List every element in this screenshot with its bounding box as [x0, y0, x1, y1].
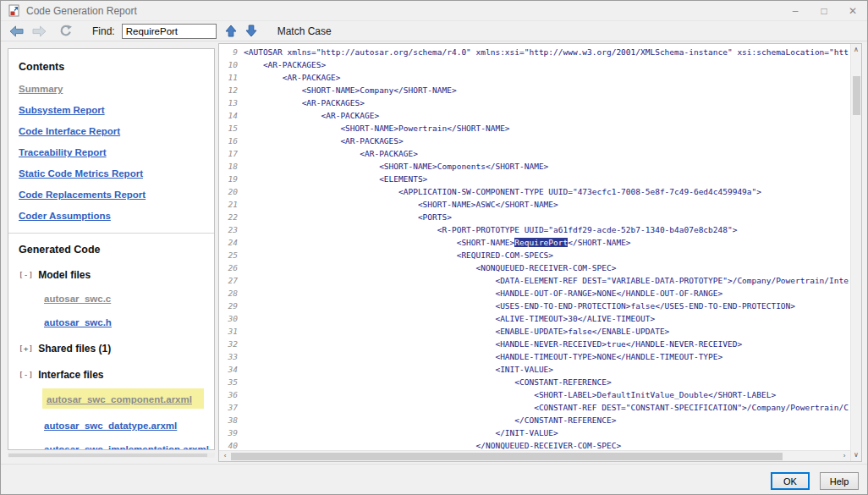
ok-button[interactable]: OK — [771, 472, 810, 490]
line-number: 30 — [221, 312, 238, 325]
search-match-highlight: RequirePort — [514, 238, 568, 247]
contents-link-subsystem-report[interactable]: Subsystem Report — [19, 105, 206, 115]
help-button[interactable]: Help — [820, 472, 859, 490]
vertical-scrollbar-thumb[interactable] — [853, 76, 860, 115]
line-number: 36 — [221, 388, 238, 401]
line-number: 13 — [221, 96, 238, 109]
line-number: 23 — [221, 223, 238, 236]
section-divider — [8, 233, 214, 234]
contents-heading: Contents — [19, 61, 206, 73]
close-button[interactable]: ✕ — [838, 1, 867, 20]
file-link-autosar_swc_datatype.arxml[interactable]: autosar_swc_datatype.arxml — [44, 421, 177, 431]
line-number: 14 — [221, 109, 238, 122]
code-text: <SHORT-NAME>RequirePort</SHORT-NAME> — [244, 236, 631, 249]
code-line: 39 </INIT-VALUE> — [221, 426, 849, 439]
code-line: 12 <SHORT-NAME>Company</SHORT-NAME> — [221, 84, 849, 96]
code-text: <HANDLE-OUT-OF-RANGE>NONE</HANDLE-OUT-OF… — [244, 287, 722, 300]
code-text: <HANDLE-TIMEOUT-TYPE>NONE</HANDLE-TIMEOU… — [244, 350, 722, 363]
code-line: 10 <AR-PACKAGES> — [221, 58, 849, 71]
line-number: 17 — [221, 147, 238, 160]
scroll-down-icon[interactable]: ∨ — [851, 450, 861, 460]
line-number: 24 — [221, 236, 238, 249]
find-input[interactable] — [122, 24, 217, 39]
tree-group-label: Shared files (1) — [38, 343, 111, 355]
horizontal-scrollbar-thumb[interactable] — [231, 453, 783, 460]
file-link-autosar_swc_component.arxml[interactable]: autosar_swc_component.arxml — [47, 394, 192, 404]
scroll-right-icon[interactable]: › — [839, 451, 849, 461]
code-text: <SHORT-NAME>Company</SHORT-NAME> — [244, 84, 457, 96]
scroll-up-icon[interactable]: ∧ — [851, 45, 861, 55]
code-text: </CONSTANT-REFERENCE> — [244, 414, 616, 426]
code-text: <AR-PACKAGES> — [244, 58, 326, 71]
contents-link-code-interface-report[interactable]: Code Interface Report — [19, 126, 206, 136]
code-view: 9<AUTOSAR xmlns="http://autosar.org/sche… — [218, 43, 862, 462]
scroll-left-icon[interactable]: ‹ — [220, 451, 230, 461]
code-line: 17 <AR-PACKAGE> — [221, 147, 849, 160]
code-line: 22 <PORTS> — [221, 211, 849, 223]
code-text: </INIT-VALUE> — [244, 426, 558, 439]
contents-link-static-code-metrics-report[interactable]: Static Code Metrics Report — [19, 168, 206, 179]
find-next-icon[interactable] — [245, 25, 257, 37]
contents-link-summary[interactable]: Summary — [19, 84, 206, 94]
expand-icon[interactable]: [+] — [19, 344, 33, 353]
line-number: 40 — [221, 439, 238, 449]
code-text: <AR-PACKAGE> — [244, 147, 418, 160]
code-text: <REQUIRED-COM-SPECS> — [244, 249, 553, 261]
code-text: <AR-PACKAGES> — [244, 96, 365, 109]
code-text: </NONQUEUED-RECEIVER-COM-SPEC> — [244, 439, 621, 449]
line-number: 12 — [221, 84, 238, 96]
code-line: 30 <ALIVE-TIMEOUT>30</ALIVE-TIMEOUT> — [221, 312, 849, 325]
line-number: 34 — [221, 363, 238, 376]
vertical-scrollbar[interactable]: ∧ ∨ — [850, 44, 861, 461]
find-previous-icon[interactable] — [225, 25, 237, 37]
match-case-toggle[interactable]: Match Case — [277, 25, 332, 37]
code-line: 20 <APPLICATION-SW-COMPONENT-TYPE UUID="… — [221, 185, 849, 198]
sidebar-horizontal-scrollbar[interactable] — [8, 453, 215, 458]
horizontal-scrollbar[interactable]: ‹ › — [219, 450, 850, 461]
code-line: 18 <SHORT-NAME>Components</SHORT-NAME> — [221, 160, 849, 173]
code-line: 9<AUTOSAR xmlns="http://autosar.org/sche… — [221, 46, 849, 58]
back-icon[interactable] — [9, 25, 24, 37]
code-lines: 9<AUTOSAR xmlns="http://autosar.org/sche… — [221, 46, 849, 449]
tree-group-label: Interface files — [38, 369, 103, 381]
code-line: 21 <SHORT-NAME>ASWC</SHORT-NAME> — [221, 198, 849, 211]
code-text: <SHORT-NAME>Components</SHORT-NAME> — [244, 160, 548, 173]
code-line: 36 <SHORT-LABEL>DefaultInitValue_Double<… — [221, 388, 849, 401]
code-line: 35 <CONSTANT-REFERENCE> — [221, 376, 849, 388]
code-line: 13 <AR-PACKAGES> — [221, 96, 849, 109]
line-number: 31 — [221, 325, 238, 338]
code-line: 29 <USES-END-TO-END-PROTECTION>false</US… — [221, 300, 849, 312]
file-row: autosar_swc_datatype.arxml — [44, 417, 204, 432]
forward-icon[interactable] — [32, 25, 47, 37]
code-text: <USES-END-TO-END-PROTECTION>false</USES-… — [244, 300, 795, 312]
file-link-autosar_swc_implementation.arxml[interactable]: autosar_swc_implementation.arxml — [44, 444, 209, 450]
tree-group-label: Model files — [38, 269, 91, 281]
line-number: 21 — [221, 198, 238, 211]
contents-link-traceability-report[interactable]: Traceability Report — [19, 147, 206, 157]
maximize-button[interactable]: □ — [810, 1, 838, 20]
contents-link-code-replacements-report[interactable]: Code Replacements Report — [19, 190, 206, 200]
sidebar-scrollbar-thumb[interactable] — [8, 454, 207, 457]
minimize-button[interactable]: – — [781, 1, 810, 20]
code-text: <ENABLE-UPDATE>false</ENABLE-UPDATE> — [244, 325, 669, 338]
code-line: 23 <R-PORT-PROTOTYPE UUID="a61fdf29-acde… — [221, 223, 849, 236]
collapse-icon[interactable]: [-] — [19, 270, 33, 279]
code-text: <INIT-VALUE> — [244, 363, 553, 376]
code-text: <AR-PACKAGES> — [244, 135, 404, 147]
file-link-autosar_swc.c[interactable]: autosar_swc.c — [44, 294, 111, 304]
line-number: 33 — [221, 350, 238, 363]
tree-group: [+]Shared files (1) — [19, 340, 206, 355]
code-text: <APPLICATION-SW-COMPONENT-TYPE UUID="473… — [244, 185, 761, 198]
code-text: <SHORT-LABEL>DefaultInitValue_Double</SH… — [244, 388, 776, 401]
code-line: 15 <SHORT-NAME>Powertrain</SHORT-NAME> — [221, 122, 849, 135]
collapse-icon[interactable]: [-] — [19, 370, 33, 379]
generated-code-heading: Generated Code — [19, 244, 206, 256]
refresh-icon[interactable] — [58, 25, 72, 37]
contents-link-coder-assumptions[interactable]: Coder Assumptions — [19, 211, 206, 221]
file-link-autosar_swc.h[interactable]: autosar_swc.h — [44, 317, 112, 327]
line-number: 29 — [221, 300, 238, 312]
code-line: 37 <CONSTANT-REF DEST="CONSTANT-SPECIFIC… — [221, 401, 849, 414]
file-row: autosar_swc_component.arxml — [42, 388, 204, 409]
line-number: 27 — [221, 274, 238, 287]
line-number: 16 — [221, 135, 238, 147]
